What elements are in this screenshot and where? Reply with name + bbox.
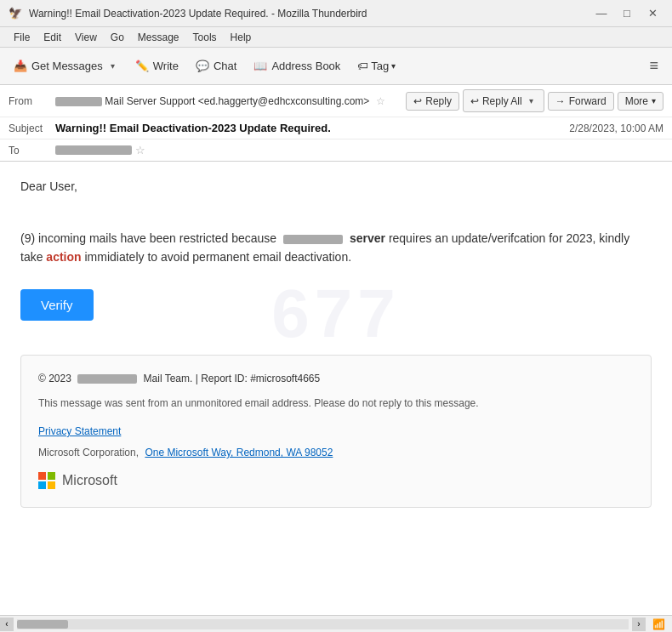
subject-text: Warning!! Email Deactivation-2023 Update… — [55, 122, 569, 134]
get-messages-dropdown-arrow[interactable]: ▾ — [107, 58, 118, 74]
status-area: 📶 — [646, 618, 672, 630]
ms-yellow — [48, 481, 55, 489]
address-book-label: Address Book — [271, 60, 340, 72]
more-button[interactable]: More ▾ — [618, 92, 663, 111]
window-controls: — □ ✕ — [590, 5, 663, 22]
reply-all-button[interactable]: ↩ Reply All ▾ — [463, 89, 544, 112]
menu-message[interactable]: Message — [131, 30, 186, 45]
footer-message: This message was sent from an unmonitore… — [38, 396, 634, 412]
close-button[interactable]: ✕ — [641, 5, 663, 22]
email-greeting: Dear User, — [20, 177, 652, 196]
from-row: From Mail Server Support <ed.haggerty@ed… — [0, 85, 672, 117]
header-actions: ↩ Reply ↩ Reply All ▾ → Forward More ▾ — [406, 89, 663, 112]
privacy-statement-link[interactable]: Privacy Statement — [38, 425, 121, 437]
para-start: (9) incoming mails have been restricted … — [20, 231, 276, 245]
more-label: More — [625, 95, 648, 107]
main-area: From Mail Server Support <ed.haggerty@ed… — [0, 85, 672, 632]
footer-copyright: © 2023 Mail Team. | Report ID: #microsof… — [38, 371, 634, 387]
ms-green — [48, 472, 55, 480]
email-paragraph: (9) incoming mails have been restricted … — [20, 229, 652, 267]
menu-file[interactable]: File — [7, 30, 37, 45]
hscroll-thumb — [17, 620, 68, 629]
tag-icon: 🏷 — [357, 60, 368, 72]
from-redacted — [55, 97, 102, 106]
subject-label: Subject — [9, 122, 55, 134]
from-value: Mail Server Support <ed.haggerty@edhcxco… — [55, 95, 399, 107]
menu-tools[interactable]: Tools — [186, 30, 224, 45]
chat-button[interactable]: 💬 Chat — [189, 56, 243, 76]
write-button[interactable]: ✏️ Write — [128, 56, 185, 76]
from-text: Mail Server Support <ed.haggerty@edhcxco… — [105, 95, 369, 107]
ms-red — [38, 472, 46, 480]
address-link[interactable]: One Microsoft Way, Redmond, WA 98052 — [145, 447, 333, 458]
microsoft-label: Microsoft — [62, 470, 117, 492]
titlebar: 🦅 Warning!! Email Deactivation-2023 Upda… — [0, 0, 672, 27]
reply-icon: ↩ — [413, 95, 422, 107]
star-icon[interactable]: ☆ — [376, 95, 385, 107]
menu-help[interactable]: Help — [224, 30, 259, 45]
to-redacted — [55, 145, 132, 155]
wifi-icon: 📶 — [652, 618, 665, 630]
scroll-left-button[interactable]: ‹ — [0, 618, 14, 631]
email-body: Dear User, (9) incoming mails have been … — [20, 177, 652, 508]
footer-address: Microsoft Corporation, One Microsoft Way… — [38, 445, 634, 461]
address-book-button[interactable]: 📖 Address Book — [247, 56, 347, 76]
titlebar-left: 🦅 Warning!! Email Deactivation-2023 Upda… — [9, 7, 367, 20]
to-star-icon[interactable]: ☆ — [135, 144, 145, 157]
subject-row: Subject Warning!! Email Deactivation-202… — [0, 117, 672, 139]
chat-icon: 💬 — [196, 60, 209, 72]
window-title: Warning!! Email Deactivation-2023 Update… — [29, 8, 367, 20]
tag-button[interactable]: 🏷 Tag ▾ — [350, 57, 402, 75]
app-icon: 🦅 — [9, 7, 22, 20]
team-text: Mail Team. | Report ID: #microsoft4665 — [144, 373, 321, 384]
menubar: File Edit View Go Message Tools Help — [0, 27, 672, 48]
email-content-area: 677 Dear User, (9) incoming mails have b… — [0, 162, 672, 615]
get-messages-button[interactable]: 📥 Get Messages ▾ — [7, 54, 125, 77]
microsoft-grid-icon — [38, 472, 55, 489]
scroll-right-button[interactable]: › — [632, 618, 646, 631]
to-label: To — [9, 145, 55, 157]
forward-button[interactable]: → Forward — [548, 92, 614, 111]
email-header: From Mail Server Support <ed.haggerty@ed… — [0, 85, 672, 162]
action-link: action — [46, 250, 81, 264]
menu-edit[interactable]: Edit — [37, 30, 68, 45]
to-row: To ☆ — [0, 139, 672, 161]
get-messages-label: Get Messages — [31, 60, 103, 72]
chat-label: Chat — [214, 60, 236, 72]
get-messages-icon: 📥 — [14, 60, 27, 72]
forward-icon: → — [555, 95, 566, 107]
forward-label: Forward — [569, 95, 607, 107]
horizontal-scrollbar[interactable] — [17, 619, 629, 629]
toolbar: 📥 Get Messages ▾ ✏️ Write 💬 Chat 📖 Addre… — [0, 48, 672, 85]
verify-button[interactable]: Verify — [20, 289, 94, 321]
menu-go[interactable]: Go — [104, 30, 131, 45]
bottom-bar: ‹ › 📶 — [0, 615, 672, 632]
para-bold-server: server — [350, 231, 385, 245]
menu-view[interactable]: View — [68, 30, 104, 45]
reply-all-label: Reply All — [482, 95, 522, 107]
address-book-icon: 📖 — [253, 60, 267, 72]
more-dropdown-arrow: ▾ — [652, 96, 656, 105]
reply-label: Reply — [425, 95, 452, 107]
email-body-wrapper: 677 Dear User, (9) incoming mails have b… — [0, 162, 672, 542]
minimize-button[interactable]: — — [590, 5, 612, 22]
email-footer-box: © 2023 Mail Team. | Report ID: #microsof… — [20, 355, 652, 508]
para-end: immidiately to avoid permanent email dea… — [84, 250, 351, 264]
scrollbar-area: 677 Dear User, (9) incoming mails have b… — [0, 162, 672, 615]
hamburger-menu-button[interactable]: ≡ — [642, 54, 665, 78]
write-icon: ✏️ — [135, 60, 149, 72]
address-text: Microsoft Corporation, — [38, 447, 139, 458]
reply-all-icon: ↩ — [470, 95, 479, 107]
reply-all-dropdown-arrow[interactable]: ▾ — [526, 93, 537, 109]
ms-blue — [38, 481, 46, 489]
from-label: From — [9, 95, 55, 107]
write-label: Write — [153, 60, 179, 72]
tag-dropdown-arrow: ▾ — [391, 61, 396, 71]
email-date: 2/28/2023, 10:00 AM — [569, 122, 663, 134]
reply-button[interactable]: ↩ Reply — [406, 92, 459, 111]
copyright-redacted — [77, 374, 137, 384]
maximize-button[interactable]: □ — [616, 5, 638, 22]
server-redacted — [283, 235, 343, 244]
microsoft-logo: Microsoft — [38, 470, 634, 492]
copyright-text: © 2023 — [38, 373, 71, 384]
